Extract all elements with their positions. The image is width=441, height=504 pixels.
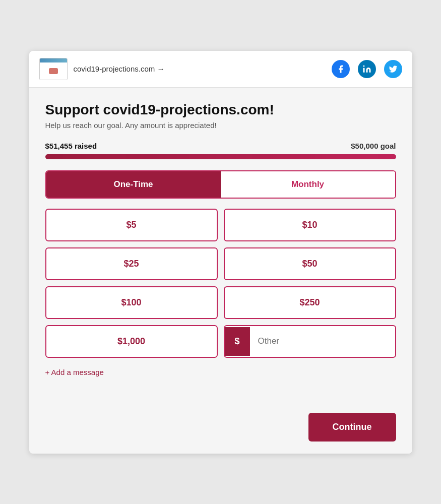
raised-label: $51,455 raised	[45, 142, 97, 150]
amount-50-button[interactable]: $50	[224, 247, 396, 280]
amount-25-button[interactable]: $25	[45, 247, 218, 280]
page-title: Support covid19-projections.com!	[45, 102, 396, 118]
social-icons	[332, 60, 402, 78]
progress-bar-fill	[45, 154, 396, 159]
amount-5-button[interactable]: $5	[45, 209, 218, 241]
amount-1000-button[interactable]: $1,000	[45, 325, 218, 358]
facebook-icon[interactable]	[332, 60, 350, 78]
svg-point-0	[363, 65, 364, 67]
twitter-icon[interactable]	[384, 60, 402, 78]
site-logo	[39, 58, 68, 80]
content: Support covid19-projections.com! Help us…	[29, 88, 412, 405]
continue-button[interactable]: Continue	[308, 413, 396, 442]
card-footer: Continue	[29, 405, 412, 454]
amount-grid: $5 $10 $25 $50 $100 $250 $1,000 $	[45, 209, 396, 358]
progress-labels: $51,455 raised $50,000 goal	[45, 142, 396, 150]
monthly-button[interactable]: Monthly	[221, 171, 395, 198]
amount-250-button[interactable]: $250	[224, 286, 396, 319]
site-link[interactable]: covid19-projections.com →	[74, 65, 165, 73]
dollar-sign: $	[225, 327, 250, 356]
amount-100-button[interactable]: $100	[45, 286, 218, 319]
card-header: covid19-projections.com →	[29, 51, 412, 88]
progress-section: $51,455 raised $50,000 goal	[45, 142, 396, 159]
subtitle: Help us reach our goal. Any amount is ap…	[45, 121, 396, 130]
one-time-button[interactable]: One-Time	[46, 171, 221, 198]
other-amount-container: $	[224, 325, 396, 358]
progress-bar	[45, 154, 396, 159]
add-message-link[interactable]: + Add a message	[45, 368, 104, 376]
other-amount-input[interactable]	[250, 327, 395, 355]
donation-card: covid19-projections.com → Support covid1…	[29, 51, 412, 454]
payment-toggle: One-Time Monthly	[45, 170, 396, 199]
header-left: covid19-projections.com →	[39, 58, 165, 80]
goal-label: $50,000 goal	[351, 142, 396, 150]
linkedin-icon[interactable]	[358, 60, 376, 78]
amount-10-button[interactable]: $10	[224, 209, 396, 241]
